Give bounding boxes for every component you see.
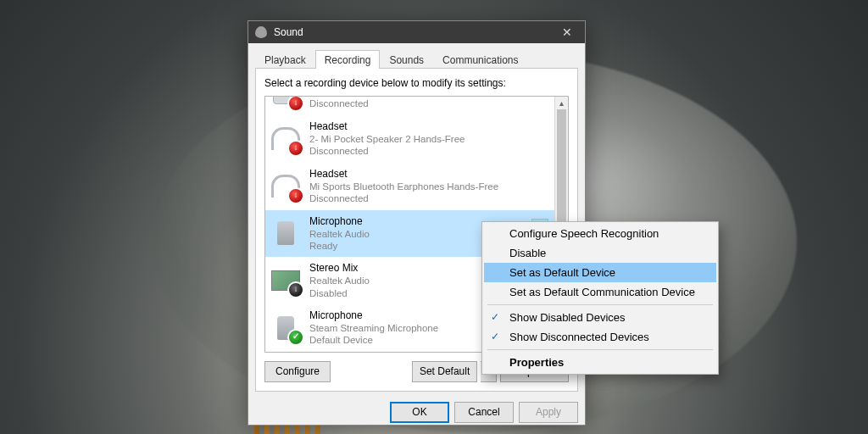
status-overlay-icon — [287, 281, 304, 298]
tab-sounds[interactable]: Sounds — [380, 50, 433, 69]
cancel-button[interactable]: Cancel — [454, 402, 514, 423]
device-status: Disconnected — [309, 145, 548, 157]
instruction-text: Select a recording device below to modif… — [264, 77, 569, 89]
cm-show-disconnected[interactable]: Show Disconnected Devices — [484, 327, 716, 347]
unknown-icon — [269, 97, 303, 110]
device-row[interactable]: HeadsetMi Sports Bluetooth Earphones Han… — [265, 163, 555, 210]
headphones-icon — [269, 170, 303, 203]
tab-communications[interactable]: Communications — [433, 50, 527, 69]
device-text: HeadsetMi Sports Bluetooth Earphones Han… — [309, 168, 548, 205]
mic-icon — [269, 312, 303, 344]
configure-button[interactable]: Configure — [264, 361, 331, 382]
cm-disable[interactable]: Disable — [484, 243, 716, 263]
device-name: Headset — [309, 120, 548, 133]
cm-separator — [487, 304, 713, 305]
ok-button[interactable]: OK — [390, 402, 449, 423]
status-overlay-icon — [287, 96, 304, 112]
device-desc: Mi Sports Bluetooth Earphones Hands-Free — [309, 181, 548, 192]
close-button[interactable]: ✕ — [549, 21, 585, 43]
scroll-up-icon[interactable]: ▴ — [555, 97, 568, 109]
status-overlay-icon — [287, 140, 304, 157]
cm-properties[interactable]: Properties — [484, 353, 716, 372]
tab-recording[interactable]: Recording — [315, 50, 381, 69]
tabstrip: Playback Recording Sounds Communications — [248, 43, 585, 69]
tab-playback[interactable]: Playback — [255, 50, 315, 69]
cm-separator — [487, 349, 713, 350]
headphones-icon — [269, 123, 303, 155]
dialog-buttons: OK Cancel Apply — [248, 397, 585, 431]
set-default-button[interactable]: Set Default — [412, 361, 477, 382]
device-row[interactable]: Headset2- Mi Pocket Speaker 2 Hands-Free… — [265, 115, 555, 163]
window-title: Sound — [274, 26, 549, 38]
device-text: Disconnected — [309, 97, 548, 109]
device-name: Headset — [309, 168, 548, 181]
device-status: Disconnected — [309, 97, 548, 109]
cm-show-disabled[interactable]: Show Disabled Devices — [484, 308, 716, 327]
device-status: Disconnected — [309, 192, 548, 204]
cm-configure-speech[interactable]: Configure Speech Recognition — [484, 224, 716, 243]
titlebar[interactable]: Sound ✕ — [248, 21, 585, 43]
mic-icon — [269, 217, 303, 249]
device-desc: 2- Mi Pocket Speaker 2 Hands-Free — [309, 133, 548, 145]
status-overlay-icon — [287, 187, 304, 204]
board-icon — [269, 264, 303, 297]
apply-button[interactable]: Apply — [519, 402, 578, 423]
cm-set-default-comm[interactable]: Set as Default Communication Device — [484, 282, 716, 302]
device-text: Headset2- Mi Pocket Speaker 2 Hands-Free… — [309, 120, 548, 158]
cm-set-default[interactable]: Set as Default Device — [484, 263, 716, 282]
device-row[interactable]: Disconnected — [265, 97, 555, 115]
context-menu: Configure Speech Recognition Disable Set… — [481, 221, 719, 375]
sound-icon — [255, 26, 267, 38]
scroll-thumb[interactable] — [557, 109, 566, 228]
status-overlay-icon — [287, 329, 304, 346]
